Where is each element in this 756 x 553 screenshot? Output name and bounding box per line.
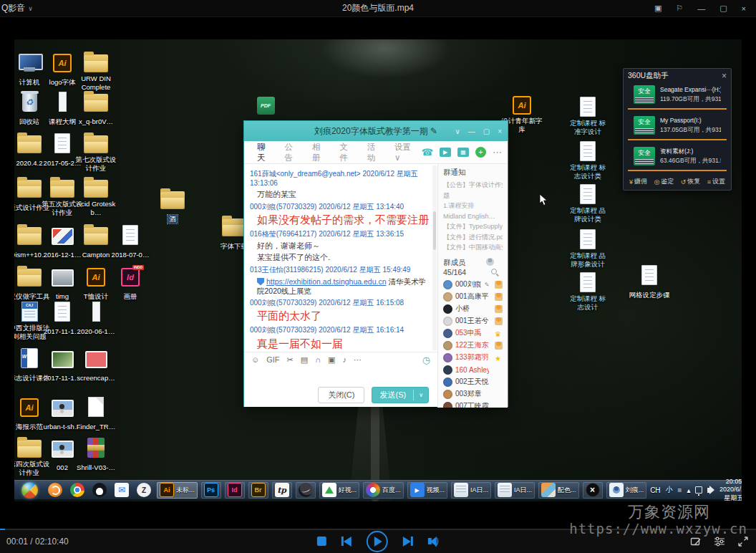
taskbar-app-button[interactable] bbox=[112, 482, 131, 499]
taskbar-app-button[interactable] bbox=[46, 482, 64, 499]
taskbar-app-button[interactable] bbox=[583, 482, 603, 499]
desktop-icon[interactable]: 网格设定步骤 bbox=[629, 262, 670, 300]
panel-action-button[interactable]: ↺ 恢复 bbox=[681, 177, 701, 186]
taskbar-app-button[interactable]: 刘痕... bbox=[606, 482, 647, 499]
chat-toolbar-icon[interactable]: ⋯ bbox=[354, 355, 362, 365]
message-input[interactable] bbox=[244, 367, 437, 383]
usb-drive-row[interactable]: 安全 资料素材(J:) 63.46GB可用，共931.50GB bbox=[628, 145, 727, 171]
maximize-icon[interactable]: ▢ bbox=[719, 4, 727, 13]
usb-drive-row[interactable]: 安全 Seagate Expansi···(H:) 119.70GB可用，共93… bbox=[628, 83, 727, 110]
member-row[interactable]: 001王若兮 bbox=[443, 315, 503, 327]
more-icon[interactable]: ⋯ bbox=[493, 147, 502, 158]
snapshot-icon[interactable] bbox=[690, 536, 702, 547]
desktop-icon[interactable]: 定制课程 标准字设计 bbox=[567, 94, 609, 137]
chevron-down-icon[interactable]: ∨ bbox=[413, 390, 428, 400]
desktop-icon[interactable]: Acid Grotesk b… bbox=[75, 175, 117, 218]
desktop-icon[interactable]: 定制课程 标志设计 bbox=[567, 269, 609, 312]
desktop-icon[interactable]: screencap… bbox=[75, 345, 117, 383]
stop-button[interactable] bbox=[317, 537, 326, 546]
chat-scrollbar[interactable] bbox=[432, 165, 437, 350]
ime-mode-button[interactable]: 小 bbox=[666, 485, 673, 495]
group-notice-item[interactable]: 1.课程安排 bbox=[443, 201, 503, 211]
member-row[interactable]: 007丁映霞 bbox=[443, 400, 503, 408]
phone-call-icon[interactable]: ☎ bbox=[422, 147, 433, 158]
desktop-icon[interactable]: 定制课程 标志设计类 bbox=[567, 138, 609, 181]
desktop-icon[interactable]: 定制课程 品牌形象设计 bbox=[567, 226, 609, 269]
chat-toolbar-icon[interactable]: ∩ bbox=[315, 355, 321, 365]
message-history-icon[interactable]: ◷ bbox=[422, 355, 430, 365]
ime-language-button[interactable]: CH bbox=[650, 486, 660, 494]
minimize-icon[interactable]: — bbox=[697, 4, 705, 13]
desktop-icon[interactable]: 2020-06-1… bbox=[75, 299, 117, 337]
desktop-icon[interactable]: 定制课程 品牌设计类 bbox=[567, 181, 609, 224]
chevron-down-icon[interactable]: ∨ bbox=[455, 128, 460, 135]
group-notice-item[interactable]: Midland English… bbox=[443, 211, 503, 222]
chat-toolbar-icon[interactable]: ▣ bbox=[328, 355, 335, 365]
ime-menu-icon[interactable]: ≡ bbox=[678, 486, 682, 494]
clock[interactable]: 20:05 2020/6/12 星期五 bbox=[714, 478, 742, 501]
chat-toolbar-icon[interactable]: ☺ bbox=[251, 355, 259, 365]
taskbar-app-button[interactable]: 百度... bbox=[363, 482, 404, 499]
settings-sliders-icon[interactable] bbox=[714, 536, 725, 547]
taskbar-app-button[interactable] bbox=[90, 482, 109, 499]
chat-toolbar-icon[interactable]: ♪ bbox=[343, 355, 347, 365]
taskbar-app-button[interactable] bbox=[201, 482, 221, 499]
taskbar-app-button[interactable] bbox=[68, 482, 87, 499]
member-row[interactable]: 122王海东 bbox=[443, 340, 503, 352]
taskbar-app-button[interactable]: IA日... bbox=[451, 482, 491, 499]
group-notice-item[interactable]: 题 bbox=[443, 191, 503, 201]
minimize-icon[interactable]: — bbox=[468, 128, 475, 135]
taskbar-app-button[interactable] bbox=[135, 482, 153, 499]
miniplayer-icon[interactable]: ▣ bbox=[654, 4, 662, 13]
add-icon[interactable]: + bbox=[475, 147, 486, 158]
pin-icon[interactable]: ⚐ bbox=[676, 4, 683, 13]
panel-action-button[interactable]: ≡ 设置 bbox=[707, 177, 725, 186]
chat-history[interactable]: 161薛城<only_dream6@yeah.net> 2020/6/12 星期… bbox=[244, 164, 437, 352]
member-row[interactable]: 053申禹 bbox=[443, 327, 503, 340]
taskbar-app-button[interactable]: 配色... bbox=[538, 482, 579, 499]
tray-expand-icon[interactable]: ▴ bbox=[687, 486, 690, 494]
chat-toolbar-icon[interactable]: ▤ bbox=[301, 355, 308, 365]
panel-action-button[interactable]: ◎ 鉴定 bbox=[654, 177, 674, 186]
volume-button[interactable]: ) bbox=[428, 536, 439, 547]
desktop-icon[interactable]: 画册 bbox=[110, 264, 151, 302]
search-icon[interactable] bbox=[491, 269, 497, 274]
volume-tray-icon[interactable] bbox=[707, 488, 709, 493]
desktop-icon[interactable]: 酒 bbox=[152, 186, 193, 224]
fullscreen-icon[interactable] bbox=[737, 536, 749, 547]
member-row[interactable]: 133郭霜羽 bbox=[443, 352, 503, 364]
panel-action-button[interactable]: ¥ 赚佣 bbox=[629, 177, 647, 186]
edit-icon[interactable]: ✎ bbox=[430, 126, 437, 136]
close-chat-button[interactable]: 关闭(C) bbox=[318, 387, 364, 403]
add-member-icon[interactable] bbox=[486, 258, 494, 266]
group-notice-item[interactable]: 【文件】中国移动商业主… bbox=[443, 242, 503, 253]
taskbar-app-button[interactable] bbox=[248, 482, 268, 499]
taskbar-app-button[interactable] bbox=[296, 482, 316, 499]
member-row[interactable]: 000刘痕 ✎ bbox=[443, 279, 503, 291]
maximize-icon[interactable]: ▢ bbox=[483, 128, 490, 135]
close-icon[interactable]: × bbox=[742, 4, 746, 13]
taskbar-app-button[interactable]: 未标... bbox=[157, 482, 198, 499]
taskbar-app-button[interactable] bbox=[225, 482, 245, 499]
taskbar-app-button[interactable] bbox=[272, 482, 292, 499]
desktop-icon[interactable]: URW DIN Complete bbox=[75, 49, 117, 92]
close-icon[interactable]: × bbox=[722, 71, 727, 81]
desktop-icon[interactable]: 第七次版式设计作业 bbox=[75, 130, 117, 173]
display-tray-icon[interactable] bbox=[695, 486, 702, 494]
desktop-icon[interactable]: Finder_TR… bbox=[75, 394, 117, 432]
member-row[interactable]: 002王天悦 bbox=[443, 376, 503, 388]
member-row[interactable]: 小桥 bbox=[443, 303, 503, 315]
desktop-icon[interactable]: Shrill-V03-… bbox=[75, 435, 117, 473]
next-button[interactable] bbox=[403, 537, 413, 547]
chat-toolbar-icon[interactable]: GIF bbox=[266, 355, 279, 365]
taskbar-app-button[interactable]: IA日... bbox=[495, 482, 535, 499]
start-button[interactable] bbox=[21, 482, 38, 499]
send-button[interactable]: 发送(S) ∨ bbox=[372, 387, 429, 403]
member-row[interactable]: 003郑章 bbox=[443, 388, 503, 400]
group-notice-item[interactable]: 【文件】进行情况.pdf bbox=[443, 232, 503, 243]
screen-share-icon[interactable]: ▦ bbox=[457, 148, 469, 157]
taskbar-app-button[interactable]: 好视... bbox=[319, 482, 360, 499]
member-row[interactable]: 001高康平 bbox=[443, 291, 503, 303]
group-notice-item[interactable]: 【公告】字体设计作业选 bbox=[443, 180, 503, 191]
close-icon[interactable]: × bbox=[498, 128, 502, 135]
